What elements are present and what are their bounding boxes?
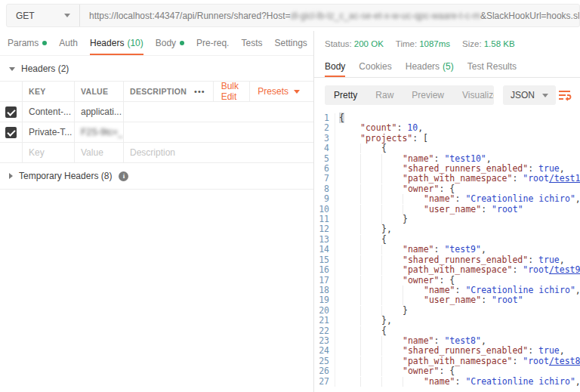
- code-line-content: "shared_runners_enabled": true,: [335, 164, 565, 174]
- value-cell[interactable]: applicati...: [75, 102, 124, 122]
- code-token: "name": [424, 376, 455, 387]
- json-link[interactable]: /test10: [549, 173, 580, 184]
- checkbox-checked[interactable]: [5, 106, 17, 118]
- code-line-content: "path_with_namespace": "root/test10",: [335, 174, 580, 184]
- tab-response-headers[interactable]: Headers (5): [406, 55, 454, 77]
- description-cell[interactable]: [124, 102, 313, 122]
- line-number: 20: [314, 306, 335, 316]
- view-visualize[interactable]: Visualize BETA: [453, 85, 494, 105]
- code-token: "path_with_namespace": [403, 356, 512, 366]
- json-link[interactable]: /test8: [549, 356, 580, 366]
- method-dropdown[interactable]: GET: [7, 5, 80, 26]
- request-url-bar: GET https://localhost:44347/api/Runners/…: [6, 4, 580, 27]
- indent-guide: [339, 194, 360, 204]
- code-token: ,: [575, 285, 580, 295]
- code-token: ,: [575, 376, 580, 387]
- tab-test-results[interactable]: Test Results: [467, 55, 517, 77]
- indent-guide: [339, 326, 360, 336]
- indent-guide: [360, 377, 381, 387]
- status-badge: Status:200 OK: [325, 39, 384, 48]
- code-token: : {: [439, 184, 455, 194]
- code-token: },: [381, 315, 392, 326]
- tab-headers[interactable]: Headers (10): [90, 31, 143, 55]
- code-token: :: [396, 122, 407, 133]
- tab-response-body[interactable]: Body: [325, 55, 345, 77]
- value-cell[interactable]: F2S-9tc=_: [75, 122, 124, 142]
- code-line-content: },: [335, 224, 392, 234]
- line-number: 2: [314, 123, 335, 133]
- url-input[interactable]: https://localhost:44347/api/Runners/shar…: [80, 5, 579, 26]
- size-value: 1.58 KB: [484, 39, 515, 48]
- tab-response-cookies[interactable]: Cookies: [359, 55, 391, 77]
- indent-guide: [339, 174, 360, 184]
- code-line: 1{: [314, 113, 580, 123]
- wrap-lines-button[interactable]: [556, 88, 574, 103]
- response-body-viewer[interactable]: 1{2"count": 10,3"projects": [4{5"name": …: [314, 111, 580, 392]
- tab-tests[interactable]: Tests: [241, 31, 262, 55]
- checkbox-checked[interactable]: [5, 127, 17, 138]
- view-preview[interactable]: Preview: [403, 85, 453, 105]
- more-options-button[interactable]: •••: [187, 82, 213, 101]
- row-check-cell: [0, 122, 23, 142]
- code-token: "test10": [444, 153, 486, 164]
- info-icon[interactable]: [119, 171, 128, 181]
- code-line-content: "shared_runners_enabled": true,: [335, 346, 565, 356]
- indent-guide: [381, 215, 403, 224]
- indent-guide: [339, 336, 360, 346]
- time-value: 1087ms: [419, 39, 450, 48]
- headers-section-title: Headers: [21, 63, 55, 74]
- tab-label: Auth: [59, 38, 78, 48]
- tab-label: Settings: [274, 38, 307, 48]
- code-token: "root: [523, 356, 549, 366]
- line-number: 22: [314, 326, 335, 336]
- line-number: 27: [314, 377, 335, 387]
- code-token: : [: [412, 133, 428, 144]
- json-link[interactable]: /test9: [549, 264, 580, 275]
- value-cell[interactable]: Value: [75, 143, 124, 162]
- description-cell[interactable]: [124, 122, 313, 142]
- key-cell[interactable]: Key: [23, 143, 75, 162]
- temporary-headers-toggle[interactable]: Temporary Headers (8): [0, 163, 313, 190]
- chevron-down-icon: [542, 94, 548, 97]
- tab-auth[interactable]: Auth: [59, 31, 78, 55]
- indent-guide: [339, 224, 360, 234]
- indent-guide: [339, 377, 360, 387]
- tab-body[interactable]: Body: [156, 31, 184, 55]
- code-token: "Creationline ichiro": [465, 193, 575, 204]
- code-line: 25"path_with_namespace": "root/test8",: [314, 357, 580, 366]
- code-token: "owner": [403, 275, 439, 286]
- format-dropdown[interactable]: JSON: [503, 85, 556, 105]
- tab-settings[interactable]: Settings: [274, 31, 307, 55]
- line-number: 7: [314, 174, 335, 184]
- chevron-down-icon: [64, 14, 70, 17]
- tab-label: Body: [156, 38, 176, 48]
- response-tabs: Body Cookies Headers (5) Test Results: [314, 55, 580, 78]
- line-number: 1: [314, 113, 335, 123]
- presets-dropdown[interactable]: Presets: [249, 82, 307, 101]
- key-cell[interactable]: Content-...: [23, 102, 75, 122]
- code-token: "test8": [444, 335, 480, 346]
- code-line-content: "name": "test8",: [335, 336, 486, 346]
- key-cell[interactable]: Private-T...: [23, 122, 75, 142]
- code-line-content: "user_name": "root": [335, 295, 523, 305]
- code-token: "test9": [444, 244, 480, 255]
- tab-params[interactable]: Params: [8, 31, 47, 55]
- description-cell[interactable]: Description: [124, 143, 313, 162]
- view-mode-switch: Pretty Raw Preview Visualize BETA: [325, 85, 494, 105]
- headers-section-toggle[interactable]: Headers (2): [0, 56, 313, 81]
- indent-guide: [381, 255, 403, 265]
- line-number: 10: [314, 205, 335, 215]
- code-line: 4{: [314, 144, 580, 153]
- tab-pre-request[interactable]: Pre-req.: [196, 31, 229, 55]
- row-check-cell: [0, 102, 23, 122]
- code-line-content: {: [335, 326, 387, 336]
- view-pretty[interactable]: Pretty: [325, 85, 366, 105]
- bulk-edit-button[interactable]: Bulk Edit: [213, 82, 250, 101]
- url-suffix: &SlackHookUrl=hooks.slack.com%2Fservices…: [480, 11, 579, 21]
- indent-guide: [360, 235, 381, 245]
- caret-right-icon: [9, 173, 13, 179]
- view-raw[interactable]: Raw: [366, 85, 403, 105]
- code-token: :: [455, 285, 466, 295]
- line-number: 21: [314, 316, 335, 326]
- code-token: :: [434, 153, 445, 164]
